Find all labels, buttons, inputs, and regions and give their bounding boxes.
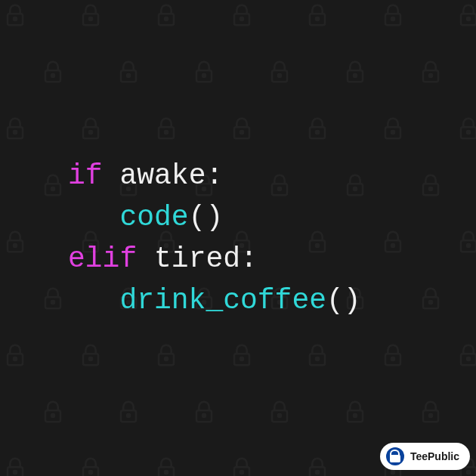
svg-rect-4 — [159, 14, 174, 25]
svg-rect-120 — [348, 410, 363, 422]
svg-rect-6 — [234, 14, 249, 25]
svg-rect-136 — [310, 467, 325, 476]
svg-rect-74 — [385, 240, 400, 252]
svg-point-43 — [391, 131, 394, 134]
svg-point-27 — [429, 74, 432, 77]
condition-tired: tired: — [137, 243, 258, 275]
svg-rect-16 — [45, 70, 60, 82]
svg-point-105 — [316, 357, 319, 360]
svg-rect-38 — [234, 127, 249, 138]
svg-rect-22 — [272, 70, 287, 82]
svg-rect-112 — [45, 410, 60, 422]
svg-rect-42 — [385, 127, 400, 138]
svg-point-103 — [240, 357, 243, 360]
svg-rect-20 — [196, 70, 212, 82]
brand-label: TeePublic — [410, 450, 459, 462]
svg-rect-64 — [8, 240, 23, 252]
condition-awake: awake: — [103, 159, 224, 192]
svg-point-41 — [316, 131, 319, 134]
svg-rect-98 — [83, 354, 98, 365]
svg-point-117 — [202, 414, 206, 417]
svg-point-7 — [240, 17, 243, 20]
svg-point-97 — [14, 357, 17, 360]
svg-point-123 — [429, 414, 432, 417]
svg-point-137 — [316, 471, 319, 474]
svg-point-107 — [391, 357, 394, 360]
svg-point-33 — [14, 131, 17, 134]
svg-rect-132 — [159, 467, 174, 476]
svg-rect-10 — [385, 14, 400, 25]
svg-rect-104 — [310, 354, 325, 365]
svg-rect-96 — [8, 354, 23, 365]
svg-point-39 — [240, 131, 243, 134]
keyword-if: if — [68, 159, 103, 192]
keyword-elif: elif — [68, 243, 137, 275]
svg-point-45 — [467, 131, 470, 134]
svg-rect-18 — [121, 70, 136, 82]
svg-rect-102 — [234, 354, 249, 365]
svg-point-131 — [89, 471, 92, 474]
svg-point-133 — [165, 471, 168, 474]
svg-rect-80 — [45, 297, 60, 308]
svg-point-119 — [278, 414, 281, 417]
svg-point-77 — [467, 244, 470, 247]
svg-point-19 — [127, 74, 130, 77]
svg-point-113 — [51, 414, 54, 417]
svg-point-91 — [429, 301, 432, 304]
svg-point-37 — [165, 131, 168, 134]
svg-rect-90 — [423, 297, 438, 308]
svg-rect-48 — [45, 184, 60, 195]
svg-rect-40 — [310, 127, 325, 138]
func-drink-coffee: drink_coffee — [119, 284, 326, 317]
svg-point-65 — [14, 244, 17, 247]
svg-rect-114 — [121, 410, 136, 422]
svg-rect-34 — [83, 127, 98, 138]
svg-point-25 — [354, 74, 357, 77]
svg-point-13 — [467, 17, 470, 20]
svg-rect-2 — [83, 14, 98, 25]
svg-point-139 — [391, 471, 394, 474]
svg-rect-100 — [159, 354, 174, 365]
svg-point-115 — [127, 414, 130, 417]
code-line-2: code() — [68, 196, 361, 238]
svg-rect-24 — [348, 70, 363, 82]
svg-rect-134 — [234, 467, 249, 476]
svg-rect-26 — [423, 70, 438, 82]
svg-point-23 — [278, 74, 281, 77]
svg-point-129 — [14, 471, 17, 474]
svg-rect-122 — [423, 410, 438, 422]
svg-rect-140 — [461, 467, 476, 476]
svg-rect-0 — [8, 14, 23, 25]
svg-point-81 — [51, 301, 54, 304]
svg-point-5 — [165, 17, 168, 20]
svg-rect-12 — [461, 14, 476, 25]
svg-point-99 — [89, 357, 92, 360]
svg-point-141 — [467, 471, 470, 474]
svg-point-17 — [51, 74, 54, 77]
code-line-4: drink_coffee() — [68, 280, 361, 321]
svg-point-3 — [89, 17, 92, 20]
lock-icon — [386, 447, 404, 465]
teepublic-badge: TeePublic — [380, 443, 470, 470]
svg-point-59 — [429, 187, 432, 190]
code-snippet: if awake: code() elif tired: drink_coffe… — [68, 155, 361, 321]
svg-point-9 — [316, 17, 319, 20]
svg-point-35 — [89, 131, 92, 134]
svg-point-135 — [240, 471, 243, 474]
svg-rect-118 — [272, 410, 287, 422]
svg-rect-32 — [8, 127, 23, 138]
svg-rect-130 — [83, 467, 98, 476]
svg-rect-108 — [461, 354, 476, 365]
svg-point-11 — [391, 17, 394, 20]
svg-rect-128 — [8, 467, 23, 476]
svg-point-49 — [51, 187, 54, 190]
svg-rect-106 — [385, 354, 400, 365]
svg-rect-36 — [159, 127, 174, 138]
parens: () — [326, 284, 361, 317]
svg-rect-44 — [461, 127, 476, 138]
code-line-3: elif tired: — [68, 238, 361, 280]
svg-point-75 — [391, 244, 394, 247]
parens: () — [189, 201, 224, 233]
func-code: code — [119, 201, 188, 233]
svg-point-21 — [202, 74, 206, 77]
